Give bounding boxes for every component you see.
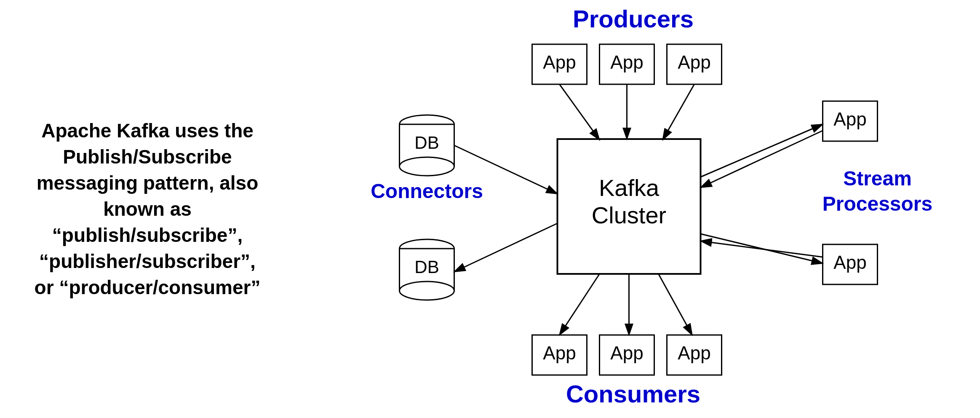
- db-bottom-ellipse-bottom: [400, 281, 454, 300]
- arrow-kafka-db: [454, 223, 558, 272]
- cluster-label: Cluster: [592, 202, 666, 228]
- arrow-stream1-kafka: [701, 131, 823, 188]
- arrow-prod3-kafka: [663, 84, 694, 140]
- producer-app-2-label: App: [610, 52, 643, 72]
- consumer-app-1-label: App: [543, 343, 576, 363]
- consumer-app-3-label: App: [678, 343, 710, 363]
- arrow-kafka-cons3: [659, 274, 692, 335]
- stream-processors-label: Stream: [843, 167, 912, 190]
- diagram-panel: Producers Consumers Connectors Stream Pr…: [286, 0, 980, 418]
- producers-label: Producers: [573, 5, 694, 32]
- arrow-prod1-kafka: [560, 84, 600, 140]
- stream-app-2-label: App: [833, 252, 866, 273]
- db-top-label: DB: [414, 133, 439, 153]
- db-top-ellipse-bottom: [400, 157, 454, 176]
- consumer-app-2-label: App: [610, 343, 643, 363]
- stream-app-1-label: App: [833, 109, 866, 129]
- kafka-diagram: Producers Consumers Connectors Stream Pr…: [286, 0, 980, 418]
- producer-app-3-label: App: [678, 52, 710, 72]
- arrow-stream2-kafka: [701, 241, 823, 257]
- description-text: Apache Kafka uses the Publish/Subscribe …: [34, 118, 261, 301]
- consumers-label: Consumers: [566, 380, 700, 407]
- arrow-kafka-stream1: [701, 124, 823, 177]
- kafka-label: Kafka: [599, 174, 660, 201]
- main-container: Apache Kafka uses the Publish/Subscribe …: [0, 0, 980, 418]
- left-panel: Apache Kafka uses the Publish/Subscribe …: [0, 92, 286, 326]
- connectors-label: Connectors: [371, 180, 483, 202]
- db-bottom-label: DB: [414, 257, 439, 277]
- stream-processors-label-2: Processors: [822, 193, 933, 215]
- arrow-kafka-cons1: [560, 274, 600, 335]
- producer-app-1-label: App: [543, 52, 576, 72]
